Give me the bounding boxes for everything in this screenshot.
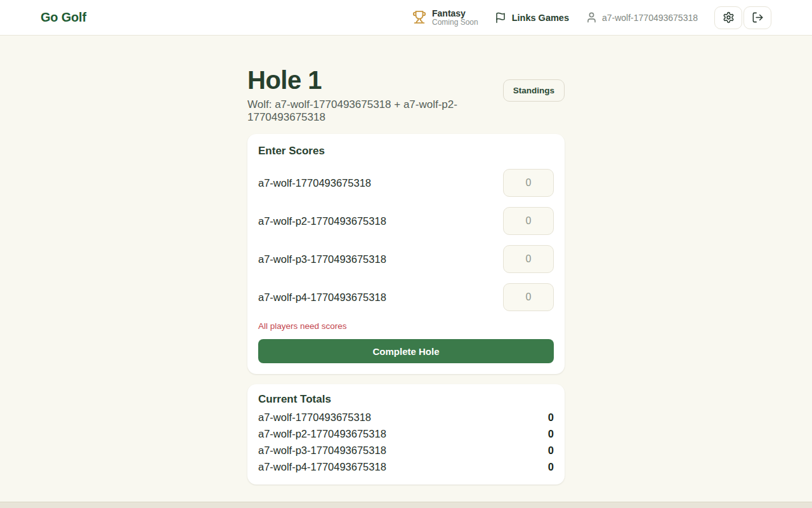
score-input-player-3[interactable] xyxy=(503,245,554,273)
trophy-icon xyxy=(412,10,426,24)
score-input-player-2[interactable] xyxy=(503,207,554,235)
current-totals-heading: Current Totals xyxy=(258,393,554,406)
page-title: Hole 1 xyxy=(247,66,503,94)
fantasy-label: Fantasy xyxy=(432,8,478,18)
person-icon xyxy=(586,11,598,23)
complete-hole-button[interactable]: Complete Hole xyxy=(258,339,554,363)
gear-icon xyxy=(723,11,735,23)
score-row: a7-wolf-p4-1770493675318 xyxy=(258,283,554,311)
validation-message: All players need scores xyxy=(258,321,554,331)
player-name: a7-wolf-p4-1770493675318 xyxy=(258,458,386,475)
score-row: a7-wolf-p2-1770493675318 xyxy=(258,207,554,235)
player-name: a7-wolf-p2-1770493675318 xyxy=(258,215,386,227)
total-value: 0 xyxy=(548,425,554,442)
total-value: 0 xyxy=(548,409,554,425)
player-name: a7-wolf-p4-1770493675318 xyxy=(258,291,386,304)
score-input-player-1[interactable] xyxy=(503,169,554,197)
current-totals-card: Current Totals a7-wolf-1770493675318 0 a… xyxy=(247,384,565,485)
total-row: a7-wolf-p2-1770493675318 0 xyxy=(258,425,554,442)
total-row: a7-wolf-p4-1770493675318 0 xyxy=(258,458,554,475)
total-row: a7-wolf-p3-1770493675318 0 xyxy=(258,442,554,458)
enter-scores-card: Enter Scores a7-wolf-1770493675318 a7-wo… xyxy=(247,134,565,374)
page-head: Hole 1 Wolf: a7-wolf-1770493675318 + a7-… xyxy=(247,66,565,124)
score-input-player-4[interactable] xyxy=(503,283,554,311)
player-name: a7-wolf-1770493675318 xyxy=(258,409,371,425)
player-name: a7-wolf-p3-1770493675318 xyxy=(258,253,386,265)
logout-icon xyxy=(752,11,764,23)
app-header: Go Golf Fantasy Coming Soon xyxy=(0,0,812,36)
main-content: Hole 1 Wolf: a7-wolf-1770493675318 + a7-… xyxy=(0,36,812,502)
flag-icon xyxy=(495,12,506,23)
logout-button[interactable] xyxy=(743,6,771,29)
score-row: a7-wolf-1770493675318 xyxy=(258,169,554,197)
player-name: a7-wolf-1770493675318 xyxy=(258,177,371,189)
footer-strip xyxy=(0,502,812,508)
header-buttons xyxy=(714,6,771,29)
total-value: 0 xyxy=(548,458,554,475)
wolf-subtitle: Wolf: a7-wolf-1770493675318 + a7-wolf-p2… xyxy=(247,98,503,124)
app-logo[interactable]: Go Golf xyxy=(41,10,86,25)
user-chip: a7-wolf-1770493675318 xyxy=(586,11,698,23)
standings-button[interactable]: Standings xyxy=(503,79,565,102)
settings-button[interactable] xyxy=(714,6,742,29)
username: a7-wolf-1770493675318 xyxy=(602,13,698,23)
total-value: 0 xyxy=(548,442,554,458)
total-row: a7-wolf-1770493675318 0 xyxy=(258,409,554,425)
player-name: a7-wolf-p2-1770493675318 xyxy=(258,425,386,442)
player-name: a7-wolf-p3-1770493675318 xyxy=(258,442,386,458)
header-nav: Fantasy Coming Soon Links Games a7-wolf-… xyxy=(412,6,771,29)
enter-scores-heading: Enter Scores xyxy=(258,145,554,157)
nav-fantasy[interactable]: Fantasy Coming Soon xyxy=(412,8,478,27)
nav-links-games[interactable]: Links Games xyxy=(495,12,569,23)
fantasy-status: Coming Soon xyxy=(432,18,478,27)
links-games-label: Links Games xyxy=(512,13,569,23)
score-row: a7-wolf-p3-1770493675318 xyxy=(258,245,554,273)
